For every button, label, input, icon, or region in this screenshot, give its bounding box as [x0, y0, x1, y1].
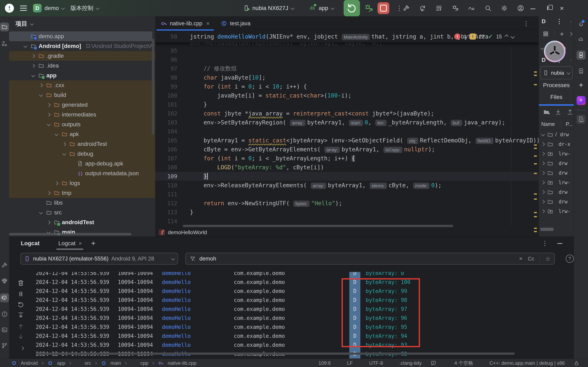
chevron-down-icon[interactable]	[540, 46, 544, 50]
firebase-app-insights-icon[interactable]	[577, 96, 586, 105]
log-row[interactable]: 2024-12-04 14:53:56.939 10094-10094 demo…	[36, 296, 547, 305]
status-item[interactable]: UTF-8	[362, 360, 383, 366]
files-column-headers[interactable]: Name P...	[539, 118, 574, 130]
new-logcat-tab-icon[interactable]: +	[91, 239, 95, 248]
pause-logcat-icon[interactable]	[17, 290, 25, 298]
tree-chevron-icon[interactable]	[47, 113, 51, 117]
scroll-to-end-icon[interactable]	[17, 311, 25, 319]
explorer-device-selector[interactable]: nubia	[540, 66, 573, 79]
tree-chevron-icon[interactable]	[39, 93, 43, 97]
run-config-selector[interactable]: app	[309, 5, 334, 12]
filter-funnel-icon[interactable]	[189, 255, 196, 262]
project-horizontal-scrollbar[interactable]	[9, 233, 131, 235]
file-row[interactable]: drw	[539, 197, 574, 207]
tree-row[interactable]: .gradle	[9, 51, 155, 61]
structure-icon[interactable]	[0, 39, 9, 48]
more-tool-windows-icon[interactable]	[0, 55, 9, 64]
logcat-icon[interactable]	[0, 293, 9, 302]
code-line[interactable]: 109 }	[155, 172, 539, 181]
code-line[interactable]: 114	[155, 217, 539, 226]
log-row[interactable]: 2024-12-04 14:53:56.939 10094-10094 demo…	[36, 305, 547, 314]
rerun-button[interactable]	[344, 0, 360, 16]
inspection-widget[interactable]: !1 !22 ✓15	[454, 33, 514, 40]
profiler-icon[interactable]	[468, 4, 475, 12]
running-devices-icon[interactable]	[577, 67, 586, 75]
tree-chevron-icon[interactable]	[541, 152, 545, 155]
stripe-mark[interactable]	[534, 199, 537, 200]
next-occurrence-icon[interactable]	[17, 333, 25, 341]
tree-row[interactable]: Android [demo] D:\Android Studio\Project…	[9, 41, 155, 51]
code-line[interactable]: 111	[155, 190, 539, 199]
gradle-icon[interactable]	[577, 35, 586, 44]
stop-button[interactable]	[377, 2, 389, 14]
tree-chevron-icon[interactable]	[47, 103, 51, 107]
stripe-mark[interactable]	[534, 84, 537, 85]
hide-logcat-icon[interactable]	[557, 243, 562, 244]
group-devices-icon[interactable]	[543, 31, 549, 37]
stripe-mark[interactable]	[534, 75, 537, 76]
stripe-mark[interactable]	[534, 216, 537, 217]
settings-icon[interactable]	[501, 4, 508, 12]
download-file-icon[interactable]	[555, 108, 562, 116]
tree-row[interactable]: androidTest	[9, 217, 155, 227]
tree-chevron-icon[interactable]	[541, 171, 545, 175]
tree-chevron-icon[interactable]	[47, 122, 51, 126]
previous-occurrence-icon[interactable]	[17, 323, 25, 330]
code-line[interactable]: 99 for (int i = 0; i < 10; i++) {	[155, 82, 539, 91]
vcs-widget[interactable]: 版本控制	[70, 4, 99, 12]
stripe-mark[interactable]	[534, 193, 537, 195]
hide-panel-icon[interactable]	[571, 60, 571, 60]
log-row[interactable]: 2024-12-04 14:53:56.939 10094-10094 demo…	[36, 272, 547, 278]
code-line[interactable]: 95	[155, 46, 539, 55]
notifications-icon[interactable]	[577, 19, 586, 28]
current-function-name[interactable]: demoHelloWorld	[168, 229, 207, 236]
code-line[interactable]: 110 env->ReleaseByteArrayElements( array…	[155, 181, 539, 190]
tree-chevron-icon[interactable]	[31, 73, 35, 77]
help-icon[interactable]: ?	[566, 255, 574, 263]
debug-button[interactable]	[364, 3, 374, 13]
log-row[interactable]: 2024-12-04 14:53:56.939 10094-10094 demo…	[36, 323, 547, 332]
project-icon[interactable]	[0, 22, 9, 31]
file-row[interactable]: drw	[539, 168, 574, 178]
logcat-panel-title[interactable]: Logcat	[21, 240, 40, 247]
tab-processes[interactable]: Processes	[539, 79, 574, 91]
tree-chevron-icon[interactable]	[541, 181, 545, 184]
build-icon[interactable]	[0, 261, 9, 270]
status-item[interactable]: LF	[340, 360, 353, 366]
account-icon[interactable]	[517, 4, 524, 12]
tree-row[interactable]: .cxx	[9, 80, 155, 90]
tree-row[interactable]: build	[9, 90, 155, 100]
code-line[interactable]: 107 for (int i = 0; i < _byteArrayLength…	[155, 154, 539, 163]
gemini-icon[interactable]	[577, 81, 586, 90]
breadcrumb-item[interactable]: main ›	[101, 360, 127, 366]
stripe-mark[interactable]	[534, 212, 537, 213]
tree-chevron-icon[interactable]	[541, 209, 545, 213]
build-icon[interactable]	[403, 4, 410, 12]
logcat-device-selector[interactable]: nubia NX627J (emulator-5556) Android 9, …	[20, 253, 178, 265]
status-item[interactable]: C++: demo.app.main | debug | x86	[482, 360, 565, 366]
tree-row[interactable]: output-metadata.json	[9, 168, 155, 178]
log-row[interactable]: 2024-12-04 14:53:56.939 10094-10094 demo…	[36, 332, 547, 341]
main-menu-icon[interactable]	[20, 6, 27, 11]
project-widget[interactable]: D demo	[33, 4, 64, 12]
tree-row[interactable]: generated	[9, 100, 155, 110]
tree-chevron-icon[interactable]	[541, 142, 545, 146]
stripe-mark[interactable]	[534, 155, 537, 157]
restore-button[interactable]	[547, 6, 548, 10]
editor-horizontal-scrollbar[interactable]	[183, 225, 453, 227]
breadcrumb-item[interactable]: cpp ›	[131, 360, 154, 366]
add-device-icon[interactable]: +	[560, 30, 564, 37]
tree-chevron-icon[interactable]	[54, 181, 58, 185]
column-resizer[interactable]	[561, 120, 562, 128]
tree-chevron-icon[interactable]	[47, 191, 51, 195]
files-horizontal-scrollbar[interactable]	[540, 228, 554, 231]
breadcrumb-item[interactable]: src ›	[75, 360, 97, 366]
match-case-toggle[interactable]: Cc	[528, 256, 534, 262]
floating-device-overlay[interactable]	[544, 41, 566, 62]
breadcrumb-item[interactable]: native-lib.cpp ›	[158, 360, 196, 366]
file-row[interactable]: dr-x	[539, 139, 574, 149]
next-problem-icon[interactable]	[511, 34, 515, 39]
tree-row[interactable]: outputs	[9, 120, 155, 129]
tree-chevron-icon[interactable]	[541, 161, 545, 165]
tree-chevron-icon[interactable]	[24, 44, 27, 48]
